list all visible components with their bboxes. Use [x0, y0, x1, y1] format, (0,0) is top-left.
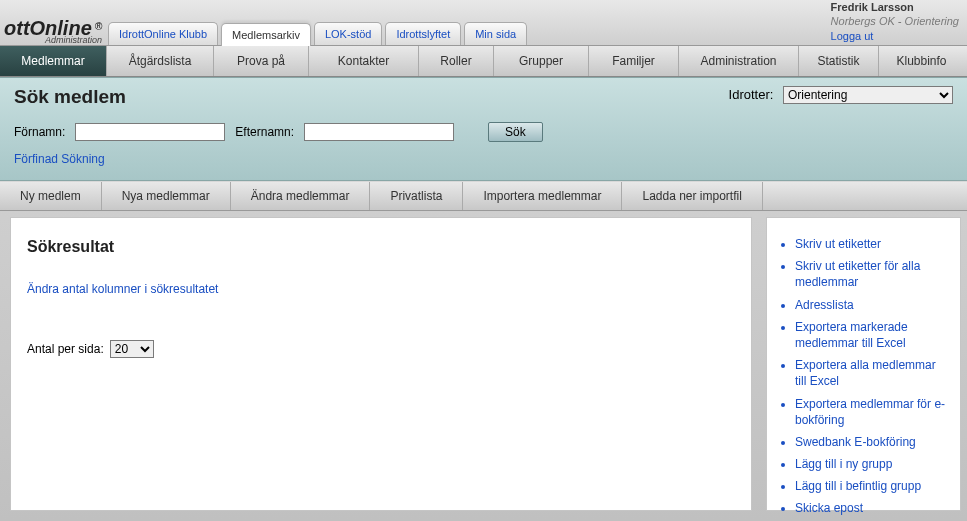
main-nav: Medlemmar Åtgärdslista Prova på Kontakte… [0, 46, 967, 77]
action-swedbank-ebokforing[interactable]: Swedbank E-bokföring [795, 434, 950, 450]
action-skriv-ut-etiketter-alla[interactable]: Skriv ut etiketter för alla medlemmar [795, 258, 950, 290]
action-lagg-till-befintlig-grupp[interactable]: Lägg till i befintlig grupp [795, 478, 950, 494]
action-adresslista[interactable]: Adresslista [795, 297, 950, 313]
subnav-ladda-ner-importfil[interactable]: Ladda ner importfil [622, 182, 762, 210]
subnav-privatlista[interactable]: Privatlista [370, 182, 463, 210]
idrotter-label: Idrotter: [729, 87, 774, 102]
refined-search-link[interactable]: Förfinad Sökning [14, 152, 953, 166]
logout-link[interactable]: Logga ut [831, 29, 959, 43]
action-exportera-markerade-excel[interactable]: Exportera markerade medlemmar till Excel [795, 319, 950, 351]
subnav-nya-medlemmar[interactable]: Nya medlemmar [102, 182, 231, 210]
user-name: Fredrik Larsson [831, 0, 959, 14]
lower-area: Sökresultat Ändra antal kolumner i sökre… [0, 211, 967, 511]
nav-medlemmar[interactable]: Medlemmar [0, 46, 107, 76]
user-block: Fredrik Larsson Norbergs OK - Orienterin… [831, 0, 959, 43]
nav-grupper[interactable]: Grupper [494, 46, 589, 76]
firstname-input[interactable] [75, 123, 225, 141]
action-skicka-epost[interactable]: Skicka epost [795, 500, 950, 516]
subnav-importera-medlemmar[interactable]: Importera medlemmar [463, 182, 622, 210]
tab-min-sida[interactable]: Min sida [464, 22, 527, 45]
per-page-label: Antal per sida: [27, 342, 104, 356]
results-title: Sökresultat [27, 238, 735, 256]
nav-statistik[interactable]: Statistik [799, 46, 879, 76]
tab-idrottslyftet[interactable]: Idrottslyftet [385, 22, 461, 45]
per-page-select[interactable]: 20 [110, 340, 154, 358]
sub-nav: Ny medlem Nya medlemmar Ändra medlemmar … [0, 181, 967, 211]
logo-block: ottOnline ® Administration [0, 14, 108, 45]
action-skriv-ut-etiketter[interactable]: Skriv ut etiketter [795, 236, 950, 252]
nav-prova-pa[interactable]: Prova på [214, 46, 309, 76]
subnav-ny-medlem[interactable]: Ny medlem [0, 182, 102, 210]
nav-familjer[interactable]: Familjer [589, 46, 679, 76]
tab-medlemsarkiv[interactable]: Medlemsarkiv [221, 23, 311, 46]
per-page-row: Antal per sida: 20 [27, 340, 735, 358]
firstname-label: Förnamn: [14, 125, 65, 139]
action-lagg-till-ny-grupp[interactable]: Lägg till i ny grupp [795, 456, 950, 472]
subnav-andra-medlemmar[interactable]: Ändra medlemmar [231, 182, 371, 210]
idrotter-select[interactable]: Orientering [783, 86, 953, 104]
search-panel: Idrotter: Orientering Sök medlem Förnamn… [0, 77, 967, 181]
actions-list: Skriv ut etiketter Skriv ut etiketter fö… [777, 236, 950, 517]
nav-atgardslista[interactable]: Åtgärdslista [107, 46, 214, 76]
idrotter-row: Idrotter: Orientering [729, 86, 953, 104]
lastname-label: Efternamn: [235, 125, 294, 139]
nav-roller[interactable]: Roller [419, 46, 494, 76]
lastname-input[interactable] [304, 123, 454, 141]
tab-idrottonline-klubb[interactable]: IdrottOnline Klubb [108, 22, 218, 45]
top-tabs: IdrottOnline Klubb Medlemsarkiv LOK-stöd… [108, 22, 527, 45]
tab-lok-stod[interactable]: LOK-stöd [314, 22, 382, 45]
actions-card: Skriv ut etiketter Skriv ut etiketter fö… [766, 217, 961, 511]
results-card: Sökresultat Ändra antal kolumner i sökre… [10, 217, 752, 511]
search-button[interactable]: Sök [488, 122, 543, 142]
nav-klubbinfo[interactable]: Klubbinfo [879, 46, 964, 76]
nav-kontakter[interactable]: Kontakter [309, 46, 419, 76]
action-exportera-ebokforing[interactable]: Exportera medlemmar för e-bokföring [795, 396, 950, 428]
nav-administration[interactable]: Administration [679, 46, 799, 76]
user-club: Norbergs OK - Orientering [831, 14, 959, 28]
search-row: Förnamn: Efternamn: Sök [14, 122, 953, 142]
top-header: ottOnline ® Administration IdrottOnline … [0, 0, 967, 46]
change-columns-link[interactable]: Ändra antal kolumner i sökresultatet [27, 282, 735, 296]
action-exportera-alla-excel[interactable]: Exportera alla medlemmar till Excel [795, 357, 950, 389]
